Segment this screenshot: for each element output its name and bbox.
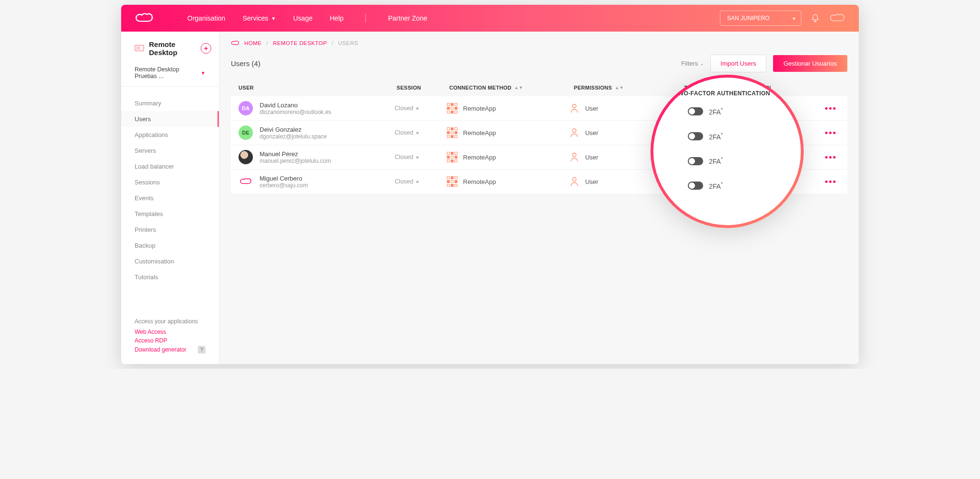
- sidebar-item-users[interactable]: Users: [121, 111, 219, 127]
- chevron-down-icon: ▼: [271, 16, 276, 21]
- status-dot-icon: [416, 156, 419, 159]
- connection-method: RemoteApp: [463, 154, 496, 161]
- sidebar-item-applications[interactable]: Applications: [121, 127, 219, 143]
- filters-dropdown[interactable]: Filters ⌄: [681, 60, 704, 67]
- sidebar-item-templates[interactable]: Templates: [121, 206, 219, 222]
- user-icon: [570, 103, 579, 113]
- sidebar-item-printers[interactable]: Printers: [121, 222, 219, 238]
- user-icon: [570, 177, 579, 186]
- manage-users-button[interactable]: Gestionar Usuarios: [773, 55, 847, 72]
- nav-services[interactable]: Services ▼: [242, 14, 276, 22]
- sidebar-item-backup[interactable]: Backup: [121, 238, 219, 253]
- remoteapp-icon: [447, 127, 457, 138]
- row-actions-menu[interactable]: •••: [816, 103, 840, 114]
- user-email: dlozanomoreno@outlook.es: [260, 109, 331, 115]
- connection-method: RemoteApp: [463, 178, 496, 185]
- 2fa-label: 2FA: [709, 182, 723, 190]
- 2fa-toggle[interactable]: [688, 182, 703, 190]
- user-name: Miguel Cerbero: [260, 175, 308, 182]
- sidebar: Remote Desktop + Remote Desktop Pruebas …: [121, 32, 219, 364]
- sidebar-item-tutorials[interactable]: Tutorials: [121, 269, 219, 285]
- permission-label: User: [585, 178, 598, 185]
- org-selector[interactable]: SAN JUNIPERO: [720, 11, 801, 26]
- 2fa-toggle[interactable]: [688, 107, 703, 115]
- breadcrumb-current: USERS: [338, 40, 358, 46]
- breadcrumb: HOME / REMOTE DESKTOP / USERS: [231, 40, 847, 46]
- user-icon: [570, 128, 579, 137]
- permission-label: User: [585, 105, 598, 112]
- user-name: Deivi Gonzalez: [260, 126, 327, 133]
- nav-usage[interactable]: Usage: [293, 14, 312, 22]
- row-actions-menu[interactable]: •••: [816, 128, 840, 138]
- avatar: DE: [239, 125, 253, 140]
- brand-logo-icon: [135, 12, 154, 24]
- sidebar-item-load-balancer[interactable]: Load balancer: [121, 159, 219, 174]
- user-email: dgonzalez@jotelulu.space: [260, 133, 327, 140]
- connection-method: RemoteApp: [463, 129, 496, 137]
- avatar: DA: [239, 101, 253, 115]
- 2fa-toggle[interactable]: [688, 157, 703, 165]
- import-users-button[interactable]: Import Users: [710, 55, 766, 72]
- sidebar-footer-header: Access your applications: [135, 318, 205, 325]
- session-status: Closed: [395, 105, 413, 112]
- user-icon: [570, 152, 579, 162]
- link-acceso-rdp[interactable]: Acceso RDP: [135, 336, 205, 345]
- permission-label: User: [585, 129, 598, 137]
- breadcrumb-home[interactable]: HOME: [244, 40, 262, 46]
- nav-separator: [365, 13, 366, 23]
- svg-point-5: [572, 178, 576, 182]
- help-icon[interactable]: ?: [198, 346, 205, 354]
- status-dot-icon: [416, 132, 419, 134]
- sort-icon: ▲▼: [514, 86, 523, 89]
- 2fa-label: 2FA: [709, 132, 723, 141]
- remoteapp-icon: [447, 103, 457, 114]
- topnav: Organisation Services ▼ Usage Help Partn…: [187, 13, 427, 23]
- page-title: Users (4): [231, 59, 261, 68]
- status-dot-icon: [416, 181, 419, 183]
- nav-partner-zone[interactable]: Partner Zone: [388, 14, 427, 22]
- svg-point-2: [572, 104, 576, 108]
- sidebar-item-customisation[interactable]: Customisation: [121, 253, 219, 269]
- header-permissions[interactable]: PERMISSIONS▲▼: [574, 85, 684, 91]
- 2fa-toggle[interactable]: [688, 132, 703, 140]
- row-actions-menu[interactable]: •••: [816, 177, 840, 187]
- svg-point-3: [572, 129, 576, 133]
- nav-help[interactable]: Help: [330, 14, 343, 22]
- remoteapp-icon: [447, 152, 457, 162]
- nav-organisation[interactable]: Organisation: [187, 14, 225, 22]
- remote-desktop-icon: [135, 45, 144, 52]
- header-connection[interactable]: CONNECTION METHOD▲▼: [449, 85, 574, 91]
- 2fa-label: 2FA: [709, 157, 723, 165]
- user-name: David Lozano: [260, 102, 331, 109]
- sidebar-item-servers[interactable]: Servers: [121, 143, 219, 159]
- link-download-generator[interactable]: Download generator?: [135, 345, 205, 354]
- session-status: Closed: [395, 178, 413, 185]
- sidebar-item-sessions[interactable]: Sessions: [121, 174, 219, 190]
- main-content: HOME / REMOTE DESKTOP / USERS Users (4) …: [219, 32, 859, 364]
- sort-icon: ▲▼: [615, 86, 624, 89]
- svg-rect-1: [136, 46, 140, 50]
- link-web-access[interactable]: Web Access: [135, 328, 205, 336]
- connection-method: RemoteApp: [463, 105, 496, 112]
- breadcrumb-remote-desktop[interactable]: REMOTE DESKTOP: [273, 40, 327, 46]
- chevron-down-icon: ▼: [201, 70, 205, 76]
- permission-label: User: [585, 154, 598, 161]
- add-button[interactable]: +: [201, 43, 211, 54]
- row-actions-menu[interactable]: •••: [816, 152, 840, 162]
- status-dot-icon: [416, 107, 419, 110]
- sidebar-title: Remote Desktop: [149, 40, 201, 57]
- user-email: cerbero@saju.com: [260, 182, 308, 189]
- user-email: manuel.perez@jotelulu.com: [260, 158, 331, 164]
- sidebar-footer: Access your applications Web Access Acce…: [121, 311, 219, 364]
- sidebar-item-summary[interactable]: Summary: [121, 95, 219, 111]
- session-status: Closed: [395, 129, 413, 136]
- highlight-callout: TWO-FACTOR AUTHENTICATION 2FA 2FA 2FA 2F…: [650, 75, 804, 228]
- notifications-icon[interactable]: [811, 14, 820, 23]
- user-name: Manuel Pérez: [260, 150, 331, 158]
- sidebar-item-events[interactable]: Events: [121, 190, 219, 206]
- sidebar-instance-selector[interactable]: Remote Desktop Pruebas ...▼: [121, 61, 219, 87]
- highlight-title: TWO-FACTOR AUTHENTICATION: [674, 90, 786, 97]
- cloud-icon: [231, 40, 239, 46]
- sidebar-nav: Summary Users Applications Servers Load …: [121, 95, 219, 285]
- remoteapp-icon: [447, 176, 457, 187]
